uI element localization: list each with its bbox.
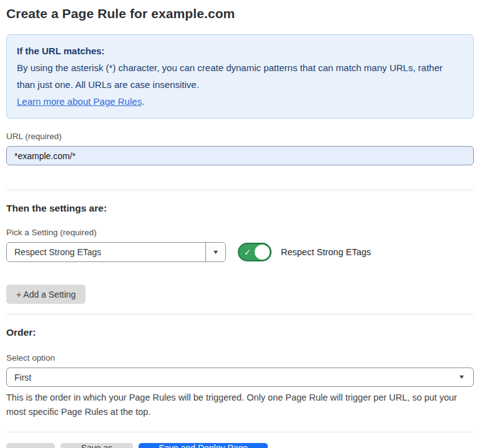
caret-down-icon: ▼ — [458, 374, 466, 380]
page-title: Create a Page Rule for example.com — [6, 6, 474, 21]
setting-select-value: Respect Strong ETags — [7, 247, 205, 257]
setting-row: Respect Strong ETags ▼ ✓ Respect Strong … — [6, 242, 474, 262]
url-input[interactable] — [6, 146, 474, 165]
url-field-label: URL (required) — [6, 132, 474, 141]
check-icon: ✓ — [244, 248, 251, 257]
cancel-button[interactable]: Cancel — [6, 443, 55, 448]
pick-setting-label: Pick a Setting (required) — [6, 228, 474, 237]
order-select-label: Select option — [6, 353, 474, 363]
order-help-text: This is the order in which your Page Rul… — [6, 391, 474, 419]
learn-more-link[interactable]: Learn more about Page Rules — [17, 96, 142, 107]
section-divider — [6, 190, 474, 190]
info-box-link-line: Learn more about Page Rules. — [17, 93, 463, 110]
setting-toggle[interactable]: ✓ — [238, 243, 272, 261]
save-and-deploy-button[interactable]: Save and Deploy Page Rule — [139, 443, 268, 448]
toggle-knob — [255, 245, 270, 260]
caret-down-icon: ▼ — [212, 250, 220, 255]
order-select-value: First — [7, 373, 459, 382]
toggle-label: Respect Strong ETags — [281, 247, 371, 257]
info-box-body: By using the asterisk (*) character, you… — [17, 59, 463, 93]
save-as-draft-button[interactable]: Save as Draft — [61, 443, 133, 448]
link-suffix: . — [142, 96, 144, 107]
settings-section-heading: Then the settings are: — [6, 203, 474, 214]
order-section-heading: Order: — [6, 327, 474, 338]
info-box-heading: If the URL matches: — [17, 42, 463, 59]
section-divider — [6, 314, 474, 314]
url-match-info-box: If the URL matches: By using the asteris… — [6, 34, 474, 119]
create-page-rule-form: Create a Page Rule for example.com If th… — [0, 0, 480, 448]
footer-actions: Cancel Save as Draft Save and Deploy Pag… — [6, 443, 474, 448]
order-select[interactable]: First ▼ — [6, 368, 474, 387]
setting-select-arrow-box[interactable]: ▼ — [205, 243, 225, 261]
add-setting-button[interactable]: + Add a Setting — [6, 285, 86, 304]
setting-select[interactable]: Respect Strong ETags ▼ — [6, 242, 226, 262]
footer-divider — [6, 432, 474, 432]
